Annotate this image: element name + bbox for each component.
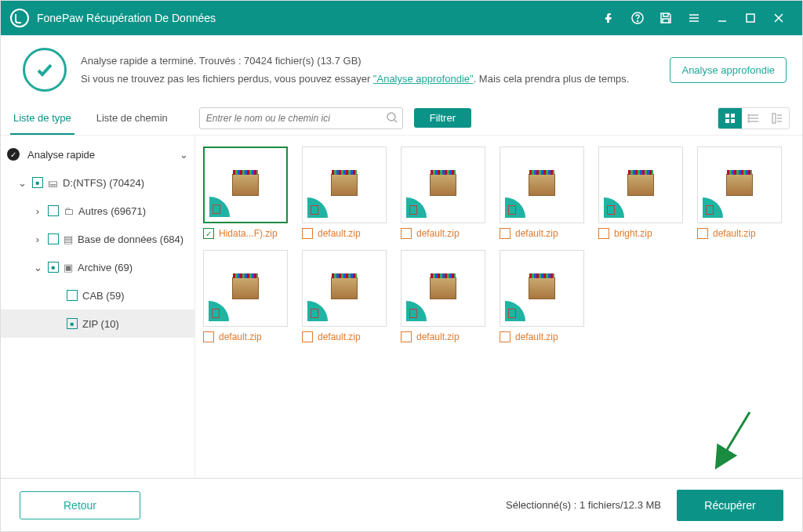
chevron-down-icon[interactable]: ⌄ [16,177,27,189]
sidebar-others[interactable]: › 🗀 Autres (69671) [1,197,194,225]
zip-archive-icon [232,174,259,196]
tab-path-list[interactable]: Liste de chemin [84,101,180,135]
help-icon[interactable] [623,1,652,35]
zip-archive-icon [331,174,358,196]
file-thumbnail[interactable] [203,147,288,223]
file-thumbnail[interactable] [203,250,288,327]
checkbox[interactable] [48,205,59,216]
file-checkbox[interactable] [500,331,511,342]
file-cell[interactable]: Hidata...F).zip [203,147,288,239]
file-cell[interactable]: default.zip [697,147,782,239]
zip-archive-icon [331,277,358,299]
view-detail-button[interactable] [765,108,789,128]
file-cell[interactable]: default.zip [401,147,485,239]
search-input[interactable] [199,107,403,129]
tab-type-list[interactable]: Liste de type [1,101,84,135]
recovery-badge-icon [406,301,427,321]
file-thumbnail[interactable] [401,250,485,327]
chevron-down-icon[interactable]: ⌄ [32,262,43,273]
selection-info: Sélectionné(s) : 1 fichiers/12.3 MB [506,499,661,511]
file-checkbox[interactable] [598,228,609,239]
zip-archive-icon [430,174,456,196]
success-check-icon [23,48,67,92]
maximize-button[interactable] [736,1,765,35]
file-name: default.zip [318,228,361,239]
status-line1: Analyse rapide a terminé. Trouvés : 7042… [81,52,656,70]
close-button[interactable] [765,1,793,35]
file-cell[interactable]: default.zip [401,250,485,342]
svg-point-8 [748,114,750,116]
file-checkbox[interactable] [302,228,313,239]
recovery-badge-icon [209,197,230,217]
file-cell[interactable]: default.zip [203,250,288,342]
recovery-badge-icon [209,301,229,321]
file-name: default.zip [515,331,558,342]
file-cell[interactable]: default.zip [500,147,584,239]
facebook-icon[interactable] [595,1,623,35]
menu-icon[interactable] [680,1,708,35]
recovery-badge-icon [703,197,723,218]
file-cell[interactable]: default.zip [302,147,387,239]
save-icon[interactable] [652,1,680,35]
sidebar-summary[interactable]: Analyse rapide ⌄ [1,140,194,168]
checkbox[interactable] [48,233,59,244]
recover-button[interactable]: Récupérer [677,490,783,521]
file-checkbox[interactable] [697,228,708,239]
sidebar-archive[interactable]: ⌄ ▣ Archive (69) [1,253,194,281]
file-thumbnail[interactable] [598,147,683,223]
file-name: default.zip [416,228,460,239]
file-checkbox[interactable] [500,228,511,239]
file-name: default.zip [318,331,361,342]
chevron-down-icon[interactable]: ⌄ [180,149,188,161]
recovery-badge-icon [505,197,525,218]
file-thumbnail[interactable] [302,250,387,327]
filter-button[interactable]: Filtrer [414,108,471,128]
chevron-right-icon[interactable]: › [32,205,43,217]
file-thumbnail[interactable] [500,250,584,327]
file-cell[interactable]: default.zip [500,250,584,342]
recovery-badge-icon [406,197,427,218]
view-mode-group [718,107,790,129]
search-icon[interactable] [386,111,398,127]
zip-archive-icon [529,174,555,196]
title-bar: FonePaw Récupération De Données [1,1,802,35]
view-list-button[interactable] [742,108,765,128]
checkbox[interactable] [48,262,59,273]
sidebar-drive[interactable]: ⌄ 🖴 D:(NTFS) (70424) [1,168,194,197]
app-logo [10,9,29,27]
archive-icon: ▣ [64,262,73,273]
file-checkbox[interactable] [203,331,214,342]
sidebar-cab[interactable]: CAB (59) [1,281,194,309]
file-cell[interactable]: bright.zip [598,147,683,239]
file-thumbnail[interactable] [401,147,485,223]
zip-archive-icon [726,174,753,196]
file-thumbnail[interactable] [697,147,782,223]
back-button[interactable]: Retour [20,491,140,519]
file-checkbox[interactable] [203,228,214,239]
deep-scan-button[interactable]: Analyse approfondie [670,57,787,83]
sidebar-zip[interactable]: ZIP (10) [1,309,194,338]
recovery-badge-icon [307,197,328,218]
svg-point-10 [748,121,750,122]
database-icon: ▤ [64,233,73,245]
file-cell[interactable]: default.zip [302,250,387,342]
file-checkbox[interactable] [302,331,313,342]
chevron-right-icon[interactable]: › [32,233,43,245]
view-grid-button[interactable] [718,108,742,128]
file-checkbox[interactable] [401,228,412,239]
file-checkbox[interactable] [401,331,412,342]
file-name: bright.zip [614,228,652,239]
checkbox[interactable] [67,290,78,301]
file-name: default.zip [219,331,262,342]
sidebar: Analyse rapide ⌄ ⌄ 🖴 D:(NTFS) (70424) › … [1,136,195,478]
minimize-button[interactable] [708,1,736,35]
deep-scan-link[interactable]: "Analyse approfondie" [373,73,474,85]
checkbox[interactable] [32,177,43,188]
sidebar-database[interactable]: › ▤ Base de données (684) [1,225,194,253]
zip-archive-icon [627,174,654,196]
file-name: default.zip [713,228,756,239]
file-thumbnail[interactable] [302,147,387,223]
folder-icon: 🗀 [64,205,74,217]
file-thumbnail[interactable] [500,147,584,223]
checkbox[interactable] [67,318,78,329]
